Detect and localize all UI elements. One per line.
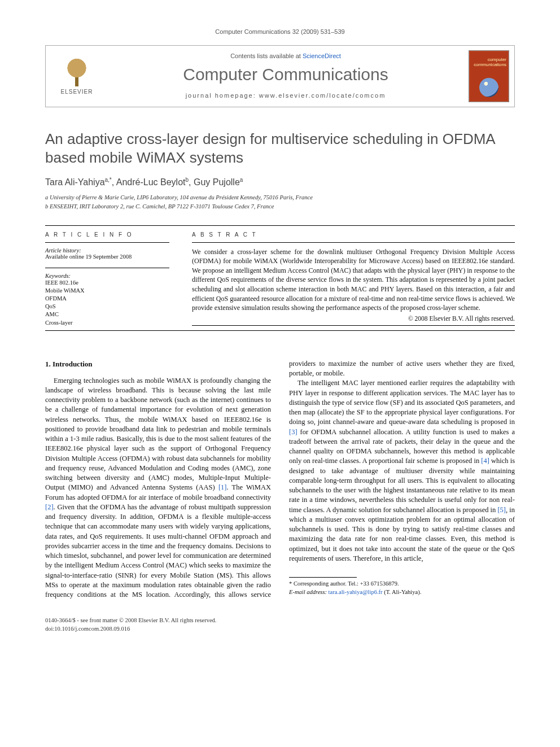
- homepage-url: www.elsevier.com/locate/comcom: [259, 92, 386, 99]
- elsevier-logo: ELSEVIER: [57, 54, 97, 99]
- keyword-item: Mobile WiMAX: [45, 287, 169, 295]
- page-footer: 0140-3664/$ - see front matter © 2008 El…: [45, 617, 515, 633]
- article-title: An adaptive cross-layer design for multi…: [45, 130, 515, 167]
- running-head: Computer Communications 32 (2009) 531–53…: [45, 28, 515, 35]
- email-label: E-mail address:: [289, 589, 327, 595]
- paper-page: Computer Communications 32 (2009) 531–53…: [0, 0, 560, 667]
- article-history-label: Article history:: [45, 247, 169, 254]
- contents-lists-line: Contents lists available at ScienceDirec…: [113, 53, 458, 59]
- abstract-copyright: © 2008 Elsevier B.V. All rights reserved…: [192, 315, 515, 322]
- corresponding-email[interactable]: tara.ali-yahiya@lip6.fr: [329, 589, 383, 595]
- footer-line-1: 0140-3664/$ - see front matter © 2008 El…: [45, 617, 515, 625]
- journal-header-box: ELSEVIER Contents lists available at Sci…: [45, 45, 515, 107]
- article-info-row: A R T I C L E I N F O Article history: A…: [45, 226, 515, 327]
- journal-cover-cell: computer communications: [463, 46, 514, 107]
- keyword-item: QoS: [45, 303, 169, 311]
- ref-link-4[interactable]: [4]: [481, 457, 489, 465]
- mini-rule-2: [45, 268, 169, 268]
- abstract-label: A B S T R A C T: [192, 226, 515, 242]
- mini-rule-3: [192, 242, 515, 243]
- homepage-label: journal homepage:: [186, 92, 259, 99]
- ref-link-2[interactable]: [2]: [45, 503, 54, 511]
- publisher-logo-cell: ELSEVIER: [46, 46, 108, 107]
- elsevier-tree-icon: [63, 58, 91, 86]
- corresponding-name: (T. Ali-Yahiya).: [384, 589, 421, 595]
- journal-name: Computer Communications: [113, 65, 458, 84]
- journal-homepage-line: journal homepage: www.elsevier.com/locat…: [113, 92, 458, 99]
- article-info-left: A R T I C L E I N F O Article history: A…: [45, 226, 169, 327]
- article-info-label: A R T I C L E I N F O: [45, 226, 169, 242]
- keyword-item: AMC: [45, 311, 169, 318]
- section-heading-intro: 1. Introduction: [45, 359, 271, 369]
- contents-prefix: Contents lists available at: [230, 53, 303, 59]
- divider-bottom: [45, 330, 515, 331]
- ref-link-3[interactable]: [3]: [289, 428, 298, 436]
- keyword-item: IEEE 802.16e: [45, 279, 169, 287]
- footnote-rule: [289, 577, 357, 578]
- article-history-line: Available online 19 September 2008: [45, 254, 169, 260]
- mini-rule-4: [192, 325, 515, 326]
- body-columns: 1. Introduction Emerging technologies su…: [45, 359, 515, 600]
- corresponding-label: * Corresponding author. Tel.: +33 671536…: [289, 580, 515, 588]
- mini-rule-1: [45, 242, 169, 243]
- corresponding-author: * Corresponding author. Tel.: +33 671536…: [289, 580, 515, 596]
- authors-line: Tara Ali-Yahiyaa,*, André-Luc Beylotb, G…: [45, 177, 515, 187]
- keyword-item: Cross-layer: [45, 319, 169, 327]
- sciencedirect-link[interactable]: ScienceDirect: [303, 53, 341, 59]
- affiliation-b: b ENSEEIHT, IRIT Laboratory 2, rue C. Ca…: [45, 202, 515, 211]
- keyword-item: OFDMA: [45, 295, 169, 303]
- journal-cover-thumb: computer communications: [469, 50, 509, 102]
- ref-link-1[interactable]: [1]: [218, 483, 227, 491]
- cover-globe-icon: [479, 78, 498, 97]
- keywords-label: Keywords:: [45, 273, 169, 279]
- publisher-name: ELSEVIER: [61, 89, 93, 95]
- journal-header-center: Contents lists available at ScienceDirec…: [108, 46, 463, 107]
- affiliations: a University of Pierre & Marie Curie, LI…: [45, 193, 515, 210]
- cover-title: computer communications: [471, 58, 506, 68]
- intro-para-2: The intelligent MAC layer mentioned earl…: [289, 378, 515, 563]
- abstract-text: We consider a cross-layer scheme for the…: [192, 247, 515, 313]
- footer-line-doi: doi:10.1016/j.comcom.2008.09.016: [45, 625, 515, 634]
- abstract-column: A B S T R A C T We consider a cross-laye…: [192, 226, 515, 327]
- affiliation-a: a University of Pierre & Marie Curie, LI…: [45, 193, 515, 202]
- ref-link-5[interactable]: [5]: [497, 506, 506, 514]
